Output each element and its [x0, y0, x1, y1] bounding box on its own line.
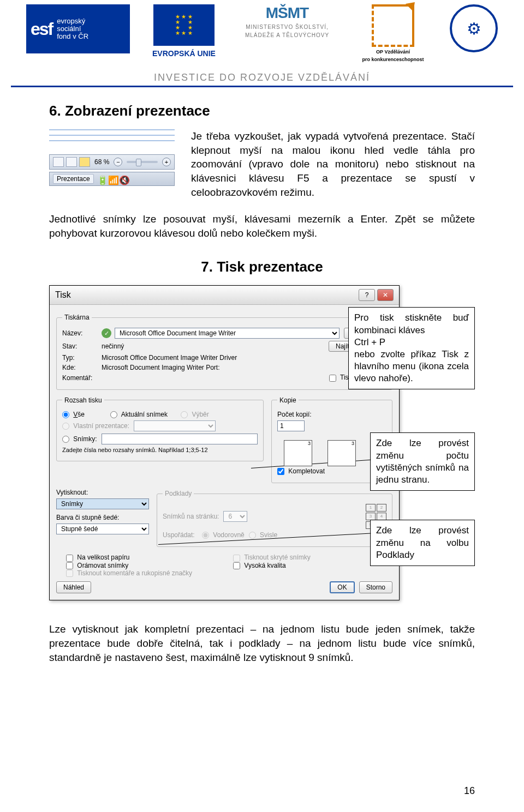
print-dialog: Tisk ? ✕ Tiskárna Název: ✓ — [49, 285, 400, 600]
ok-button[interactable]: OK — [330, 581, 354, 593]
dialog-title: Tisk — [55, 290, 71, 300]
msmt-line2: MLÁDEŽE A TĚLOVÝCHOVY — [238, 32, 336, 38]
slides-input[interactable] — [102, 434, 258, 444]
slideshow-view-icon[interactable] — [79, 157, 90, 167]
print-comments-check: Tisknout komentáře a rukopisné značky — [66, 569, 192, 577]
section-6-para2: Jednotlivé snímky lze posouvat myší, klá… — [49, 212, 475, 240]
eu-caption: EVROPSKÁ UNIE — [152, 49, 216, 58]
collate-preview-icon-2: 3 — [321, 434, 359, 465]
header-rule — [11, 86, 513, 87]
opvk-logo: OP Vzdělávání pro konkurenceschopnost — [349, 4, 437, 62]
section-6-para1: Je třeba vyzkoušet, jak vypadá vytvořená… — [191, 129, 475, 199]
radio-current[interactable]: Aktuální snímek — [110, 411, 168, 418]
label-per-page: Snímků na stránku: — [163, 513, 219, 520]
printer-type: Microsoft Office Document Image Writer D… — [102, 354, 386, 362]
page-number: 16 — [464, 785, 475, 797]
radio-all[interactable]: Vše — [62, 411, 97, 418]
section-6-heading: 6. Zobrazení prezentace — [49, 103, 475, 119]
callout-leader-lines — [49, 129, 175, 151]
label-where: Kde: — [62, 364, 97, 371]
label-order: Uspořádat: — [163, 531, 198, 539]
eu-logo: ★ ★ ★★ ★★ ★★ ★ ★ EVROPSKÁ UNIE — [143, 4, 225, 64]
radio-horizontal: Vodorovně — [202, 531, 245, 539]
status-mode-label: Prezentace — [53, 174, 94, 184]
high-quality-check[interactable]: Vysoká kvalita — [233, 562, 286, 569]
opvk-box-icon — [372, 4, 414, 47]
close-button[interactable]: ✕ — [377, 289, 394, 301]
zoom-out-icon[interactable]: − — [114, 158, 122, 166]
color-mode-select[interactable]: Stupně šedé — [56, 524, 149, 534]
radio-custom-show: Vlastní prezentace: — [62, 422, 129, 430]
slides-hint: Zadejte čísla nebo rozsahy snímků. Napří… — [62, 447, 208, 453]
battery-icon: 🔋 — [97, 175, 105, 183]
section-7-heading: 7. Tisk prezentace — [49, 258, 475, 275]
copies-legend: Kopie — [277, 396, 299, 404]
label-comment: Komentář: — [62, 374, 97, 382]
opvk-line2: pro konkurenceschopnost — [349, 57, 437, 62]
print-what-select[interactable]: Snímky — [56, 498, 149, 509]
printer-fieldset: Tiskárna Název: ✓ Microsoft Office Docum… — [56, 314, 392, 389]
zoom-in-icon[interactable]: + — [162, 158, 171, 166]
investice-caption: INVESTICE DO ROZVOJE VZDĚLÁVÁNÍ — [0, 72, 524, 83]
collate-check[interactable]: Kompletovat — [277, 467, 325, 475]
printer-legend: Tiskárna — [62, 314, 92, 321]
label-type: Typ: — [62, 354, 97, 362]
powerpoint-zoom-bar: 68 % − + — [49, 154, 175, 170]
network-icon: 📶 — [108, 175, 116, 183]
printer-name-select[interactable]: Microsoft Office Document Image Writer — [115, 328, 340, 339]
callout-slides-per-page: Zde lze provést změnu počtu vytištěných … — [370, 432, 475, 490]
range-fieldset: Rozsah tisku Vše Aktuální snímek Výběr V… — [56, 396, 264, 461]
fit-to-paper-check[interactable]: Na velikost papíru — [66, 554, 129, 561]
msmt-mark: MŠMT — [238, 4, 336, 22]
label-copies: Počet kopií: — [277, 411, 312, 418]
copies-spinner[interactable] — [277, 420, 305, 431]
zoom-percent[interactable]: 68 % — [92, 158, 111, 166]
frame-slides-check[interactable]: Orámovat snímky — [66, 562, 128, 569]
document-header: esf evropský sociální fond v ČR ★ ★ ★★ ★… — [0, 0, 524, 67]
esf-logo: esf evropský sociální fond v ČR — [26, 4, 130, 53]
collate-preview-icon: 3 — [277, 434, 315, 465]
section-7-para: Lze vytisknout jak kompletní prezentaci … — [49, 622, 475, 664]
print-dialog-titlebar: Tisk ? ✕ — [50, 286, 399, 305]
callout-ctrl-p: Pro tisk stiskněte buď kombinaci kláves … — [348, 307, 475, 389]
preview-button[interactable]: Náhled — [56, 581, 91, 593]
label-state: Stav: — [62, 342, 97, 350]
cancel-button[interactable]: Storno — [359, 581, 392, 593]
zoom-slider[interactable] — [127, 161, 158, 163]
callout-handouts: Zde lze provést změnu na volbu Podklady — [370, 520, 475, 566]
esf-mark: esf — [31, 19, 52, 39]
esf-text: evropský sociální fond v ČR — [57, 17, 88, 41]
slides-per-page-select: 6 — [223, 511, 247, 522]
range-legend: Rozsah tisku — [62, 396, 104, 404]
normal-view-icon[interactable] — [53, 157, 64, 167]
eu-flag-icon: ★ ★ ★★ ★★ ★★ ★ ★ — [153, 4, 215, 46]
handouts-legend: Podklady — [163, 490, 194, 497]
print-hidden-check: Tisknout skryté snímky — [233, 554, 311, 561]
help-button[interactable]: ? — [359, 289, 375, 301]
speaker-mute-icon: 🔇 — [119, 175, 127, 183]
opvk-line1: OP Vzdělávání — [349, 49, 437, 55]
label-name: Název: — [62, 329, 97, 337]
powerpoint-status-bar: Prezentace 🔋 📶 🔇 — [49, 172, 175, 186]
printer-where: Microsoft Document Imaging Writer Port: — [102, 364, 386, 371]
sorter-view-icon[interactable] — [66, 157, 77, 167]
label-color: Barva či stupně šedé: — [56, 514, 119, 521]
radio-slides[interactable]: Snímky: — [62, 435, 97, 443]
school-gear-logo-icon: ⚙ — [450, 4, 498, 52]
radio-selection: Výběr — [181, 411, 216, 418]
printer-state: nečinný — [102, 342, 324, 350]
printer-ready-icon: ✓ — [102, 328, 111, 338]
msmt-logo: MŠMT MINISTERSTVO ŠKOLSTVÍ, MLÁDEŽE A TĚ… — [238, 4, 336, 38]
msmt-line1: MINISTERSTVO ŠKOLSTVÍ, — [238, 24, 336, 30]
custom-show-select — [134, 420, 216, 431]
label-print-what: Vytisknout: — [56, 489, 91, 496]
